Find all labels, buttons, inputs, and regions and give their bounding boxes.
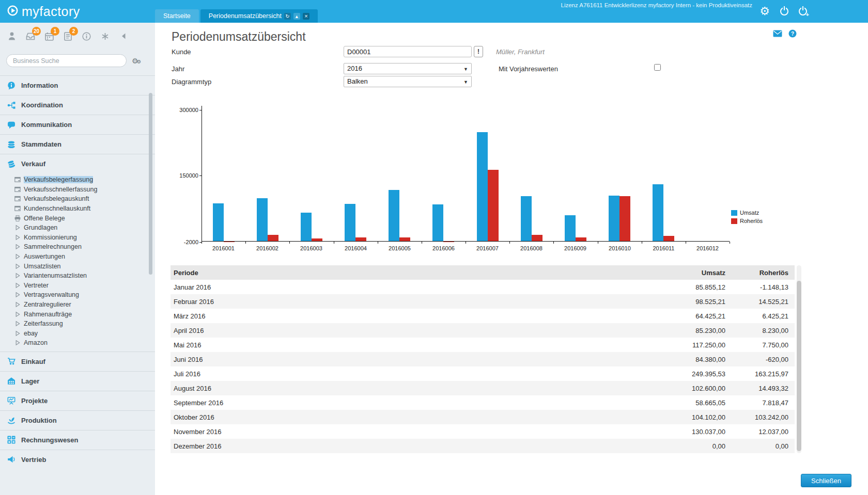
roherl-s-bar[interactable] [532, 235, 542, 241]
umsatz-bar[interactable] [521, 196, 532, 241]
tab-close-icon[interactable]: × [303, 13, 309, 20]
notes-icon[interactable]: 2 [62, 30, 73, 42]
vorjahr-checkbox[interactable] [654, 64, 661, 71]
roherl-s-bar[interactable] [619, 196, 630, 241]
table-row[interactable]: Februar 201698.525,2114.525,21 [171, 294, 795, 309]
sidebar-subitem-ebay[interactable]: ebay [0, 329, 155, 339]
user-icon[interactable] [6, 30, 18, 42]
sidebar-subitem-offene-belege[interactable]: Offene Belege [0, 213, 155, 223]
umsatz-bar[interactable] [213, 203, 224, 241]
sidebar-subitem-verkaufsschnellerfassung[interactable]: Verkaufsschnellerfassung [0, 185, 155, 195]
roherl-s-bar[interactable] [268, 235, 278, 241]
umsatz-bar[interactable] [345, 204, 355, 241]
roherl-s-bar[interactable] [399, 237, 410, 241]
umsatz-bar[interactable] [257, 198, 268, 241]
arrow-icon [14, 282, 21, 289]
tab-refresh-icon[interactable]: ↻ [284, 13, 291, 20]
umsatz-cell: 85.230,00 [515, 323, 732, 338]
umsatz-bar[interactable] [609, 196, 619, 241]
roherl-s-bar[interactable] [355, 237, 366, 241]
diagrammtyp-select[interactable]: Balken ▼ [344, 76, 472, 87]
table-row[interactable]: April 201685.230,008.230,00 [171, 323, 795, 338]
collapse-icon[interactable] [118, 30, 129, 42]
roherl-s-bar[interactable] [224, 242, 235, 242]
inbox-icon[interactable]: 20 [25, 30, 36, 42]
sidebar-subitem-kommissionierung[interactable]: Kommissionierung [0, 233, 155, 243]
asterisk-icon[interactable] [99, 30, 111, 42]
table-row[interactable]: März 201664.425,216.425,21 [171, 309, 795, 323]
sidebar-item-stammdaten[interactable]: Stammdaten [0, 134, 155, 154]
roherl-s-bar[interactable] [443, 242, 454, 242]
sidebar-item-kommunikation[interactable]: Kommunikation [0, 115, 155, 134]
sidebar-item-koordination[interactable]: Koordination [0, 95, 155, 115]
sidebar-scrollbar-thumb[interactable] [149, 93, 152, 275]
table-row[interactable]: Dezember 20160,000,00 [171, 439, 795, 453]
table-row[interactable]: August 2016102.600,0014.493,32 [171, 381, 795, 395]
help-icon[interactable]: ? [788, 29, 797, 40]
sidebar-item-lager[interactable]: Lager [0, 371, 155, 391]
legend-item-umsatz: Umsatz [731, 209, 763, 217]
table-row[interactable]: September 201658.665,057.818,47 [171, 395, 795, 410]
x-tick-label: 2016010 [598, 245, 642, 251]
sidebar-subitem-vertragsverwaltung[interactable]: Vertragsverwaltung [0, 290, 155, 300]
umsatz-bar[interactable] [301, 213, 312, 241]
umsatz-bar[interactable] [389, 190, 399, 241]
jahr-select[interactable]: 2016 ▼ [344, 63, 472, 74]
calendar-icon[interactable]: 1 [43, 30, 55, 42]
table-row[interactable]: Januar 201685.855,12-1.148,13 [171, 280, 795, 294]
new-session-power-icon[interactable]: + [799, 7, 807, 15]
tab-periodenumsatzuebersicht[interactable]: Periodenumsatzübersicht ↻ ▴ × [200, 9, 318, 23]
table-row[interactable]: Juni 201684.380,00-620,00 [171, 352, 795, 366]
sidebar-subitem-verkaufsbelegerfassung[interactable]: Verkaufsbelegerfassung [0, 175, 155, 185]
roherloes-cell: 6.425,21 [732, 309, 795, 323]
sidebar-subitem-auswertungen[interactable]: Auswertungen [0, 252, 155, 262]
info-icon[interactable] [81, 30, 92, 42]
search-input[interactable] [6, 54, 127, 67]
table-row[interactable]: Juli 2016249.395,53163.215,97 [171, 366, 795, 381]
umsatz-bar[interactable] [432, 204, 443, 241]
sidebar-subitem-amazon[interactable]: Amazon [0, 338, 155, 348]
sidebar-subitem-zeiterfassung[interactable]: Zeiterfassung [0, 319, 155, 329]
sidebar-item-einkauf[interactable]: Einkauf [0, 352, 155, 371]
sidebar-subitem-sammelrechnungen[interactable]: Sammelrechnungen [0, 242, 155, 252]
sidebar-subitem-umsatzlisten[interactable]: Umsatzlisten [0, 261, 155, 271]
myfactory-logo[interactable]: myfactory [7, 4, 80, 19]
sidebar-item-rechnungswesen[interactable]: Rechnungswesen [0, 430, 155, 450]
roherl-s-bar[interactable] [663, 236, 674, 241]
sidebar-item-label: Vertrieb [21, 456, 46, 464]
sidebar-item-vertrieb[interactable]: Vertrieb [0, 450, 155, 469]
umsatz-bar[interactable] [565, 215, 576, 241]
roherl-s-bar[interactable] [576, 237, 586, 241]
kunde-lookup-button[interactable]: ! [474, 46, 483, 57]
sidebar-subitem-verkaufsbelegauskunft[interactable]: Verkaufsbelegauskunft [0, 194, 155, 204]
settings-gear-icon[interactable]: ⚙ [760, 6, 770, 17]
table-row[interactable]: Oktober 2016104.102,00103.242,00 [171, 410, 795, 424]
sidebar-subitem-rahmenauftr-ge[interactable]: Rahmenaufträge [0, 309, 155, 319]
sidebar-item-verkauf[interactable]: Verkauf [0, 154, 155, 173]
umsatz-bar[interactable] [653, 184, 663, 241]
roherl-s-bar[interactable] [312, 238, 322, 241]
kunde-input[interactable] [344, 46, 472, 57]
roherloes-cell: 7.750,00 [732, 338, 795, 352]
tab-startseite[interactable]: Startseite [155, 9, 199, 23]
sidebar-subitem-kundenschnellauskunft[interactable]: Kundenschnellauskunft [0, 204, 155, 214]
y-tick-mark [199, 242, 202, 243]
sidebar-subitem-vertreter[interactable]: Vertreter [0, 281, 155, 291]
sidebar-subitem-zentralregulierer[interactable]: Zentralregulierer [0, 300, 155, 310]
logout-power-icon[interactable] [780, 7, 788, 15]
roherl-s-bar[interactable] [488, 170, 499, 241]
sidebar-item-projekte[interactable]: Projekte [0, 391, 155, 410]
mail-icon[interactable] [773, 30, 782, 39]
search-settings-gears-icon[interactable]: ⚙⚙ [132, 56, 142, 66]
table-scrollbar-thumb[interactable] [797, 281, 801, 451]
table-row[interactable]: November 2016130.037,0012.037,00 [171, 424, 795, 439]
main-content: Periodenumsatzübersicht ? Kunde ! Müller… [155, 23, 868, 495]
table-row[interactable]: Mai 2016117.250,007.750,00 [171, 338, 795, 352]
tab-collapse-icon[interactable]: ▴ [293, 13, 300, 20]
sidebar-item-information[interactable]: Information [0, 75, 155, 95]
umsatz-bar[interactable] [477, 132, 488, 241]
sidebar-subitem-variantenumsatzlisten[interactable]: Variantenumsatzlisten [0, 271, 155, 281]
sidebar-item-produktion[interactable]: Produktion [0, 410, 155, 430]
close-button[interactable]: Schließen [801, 474, 851, 487]
sidebar-subitem-grundlagen[interactable]: Grundlagen [0, 223, 155, 233]
